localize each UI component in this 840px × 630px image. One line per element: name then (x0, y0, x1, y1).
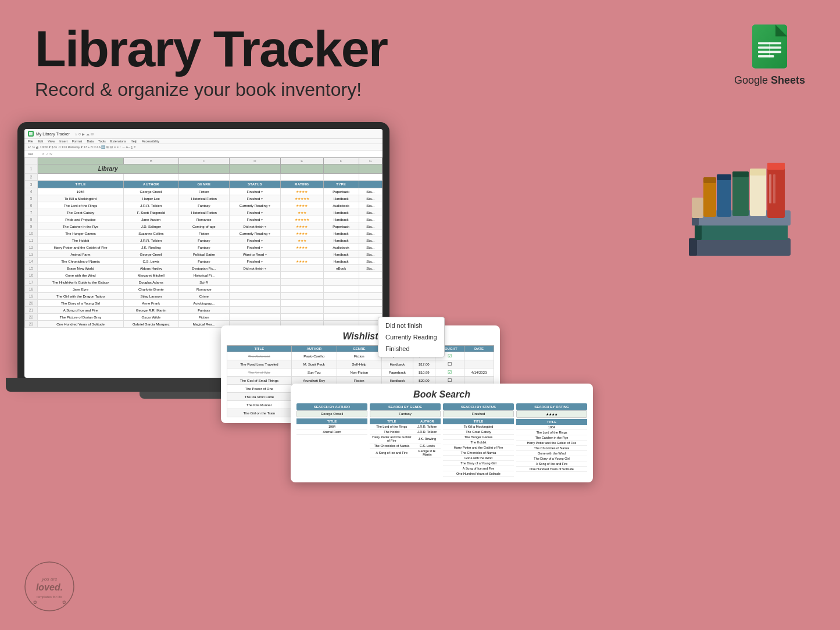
main-title: Library Tracker (35, 23, 387, 74)
wish-cell-2-4: $10.99 (413, 368, 435, 377)
search-grid: SEARCH BY AUTHOR George Orwell TITLE 198… (296, 403, 587, 477)
cell-11-extra: Sta... (359, 265, 383, 272)
table-row: 17The Hitchhiker's Guide to the GalaxyDo… (25, 279, 383, 286)
dropdown-item-currently-reading[interactable]: Currently Reading (378, 331, 444, 343)
brand-flower-left: ✿ (33, 600, 37, 605)
cell-16-3[interactable] (230, 300, 281, 307)
cell-1-4: ★★★★★ (280, 195, 323, 202)
wish-row: The Road Less TraveledM. Scott PeckSelf-… (227, 360, 494, 368)
menu-data[interactable]: Data (87, 139, 94, 143)
cell-14-1: Charlotte Bronte (124, 286, 178, 293)
menu-view[interactable]: View (48, 139, 55, 143)
menu-accessibility[interactable]: Accessibility (142, 139, 159, 143)
cell-2-extra: Sta... (359, 202, 383, 209)
header-filler-d (230, 164, 281, 174)
svg-rect-24 (717, 174, 731, 180)
search-genre-result-cell: The Lord of the Rings (370, 424, 414, 429)
cell-12-3[interactable] (230, 272, 281, 279)
cell-7-1: J.R.R. Tolkien (124, 237, 178, 244)
svg-rect-25 (703, 177, 716, 217)
svg-rect-11 (695, 224, 788, 240)
cell-3-3[interactable]: Finished▾ (230, 209, 281, 216)
table-row: 22The Picture of Dorian GrayOscar WildeF… (25, 314, 383, 321)
menu-extensions[interactable]: Extensions (110, 139, 126, 143)
dropdown-item-did-not-finish[interactable]: Did not finish (378, 320, 444, 331)
menu-help[interactable]: Help (131, 139, 137, 143)
cell-8-1: J.K. Rowling (124, 244, 178, 251)
cell-5-0: The Catcher in the Rye (37, 223, 123, 230)
row-num-15: 15 (25, 265, 38, 272)
search-genre-header: SEARCH BY GENRE (370, 403, 441, 410)
table-row: 12Harry Potter and the Goblet of FireJ.K… (25, 244, 383, 251)
cell-17-3[interactable] (230, 307, 281, 314)
menu-file[interactable]: File (28, 139, 33, 143)
col-c-header: C (178, 158, 230, 164)
cell-18-5 (323, 314, 359, 321)
wish-cell-7-0: The Girl on the Train (227, 409, 292, 417)
cell-2-5: Audiobook (323, 202, 359, 209)
cell-17-4 (280, 307, 323, 314)
cell-18-3[interactable] (230, 314, 281, 321)
col-header-0: TITLE (37, 181, 123, 188)
brand-flower-right: ✿ (62, 600, 66, 605)
cell-7-extra: Sta... (359, 237, 383, 244)
cell-11-3[interactable]: Did not finish▾ (230, 265, 281, 272)
cell-7-3[interactable]: Finished▾ (230, 237, 281, 244)
cell-6-2: Fiction (178, 230, 230, 237)
cell-13-3[interactable] (230, 279, 281, 286)
cell-14-3[interactable] (230, 286, 281, 293)
search-author-header: SEARCH BY AUTHOR (296, 403, 367, 410)
cell-2-3[interactable]: Currently Reading▾ (230, 202, 281, 209)
cell-8-2: Fantasy (178, 244, 230, 251)
search-rating-input[interactable]: ★★★★ (516, 410, 587, 418)
cell-9-3[interactable]: Want to Read▾ (230, 251, 281, 258)
row-num-11: 11 (25, 237, 38, 244)
search-rating-result-item: The Diary of a Young Girl (516, 456, 587, 461)
search-genre-input[interactable]: Fantasy (370, 410, 441, 417)
row-num-18: 18 (25, 286, 38, 293)
cell-1-1: Harper Lee (124, 195, 178, 202)
cell-9-5: Hardback (323, 251, 359, 258)
cell-6-3[interactable]: Currently Reading▾ (230, 230, 281, 237)
table-row: 9The Catcher in the RyeJ.D. SalingerComi… (25, 223, 383, 230)
cell-4-0: Pride and Prejudice (37, 216, 123, 223)
menu-insert[interactable]: Insert (59, 139, 67, 143)
cell-16-2: Autobiograp... (178, 300, 230, 307)
wish-cell-2-6: 4/14/2023 (464, 368, 494, 377)
cell-10-3[interactable]: Finished▾ (230, 258, 281, 265)
search-rating-result-item: Gone with the Wind (516, 451, 587, 456)
search-genre-result-cell: J.K. Rowling (414, 435, 441, 443)
book-search-card: Book Search SEARCH BY AUTHOR George Orwe… (291, 384, 593, 482)
search-author-input[interactable]: George Orwell (296, 410, 367, 417)
cell-15-3[interactable] (230, 293, 281, 300)
cell-14-0: Jane Eyre (37, 286, 123, 293)
menu-tools[interactable]: Tools (98, 139, 106, 143)
wish-cell-0-1: Paulo Coelho (291, 352, 337, 360)
search-status-result-header: TITLE (443, 418, 514, 424)
cell-0-3[interactable]: Finished▾ (230, 188, 281, 195)
row-num-6: 6 (25, 202, 38, 209)
wish-cell-1-2: Self-Help (337, 360, 381, 368)
menu-format[interactable]: Format (72, 139, 82, 143)
cell-2-2: Fantasy (178, 202, 230, 209)
svg-rect-26 (703, 177, 716, 183)
genre-result-author: AUTHOR (414, 418, 441, 424)
cell-1-3[interactable]: Finished▾ (230, 195, 281, 202)
dropdown-item-finished[interactable]: Finished (378, 343, 444, 355)
fx-icon: ✕ ✓ fx (42, 152, 52, 156)
svg-rect-12 (695, 224, 702, 240)
blank-2b (124, 174, 178, 181)
cell-4-extra: Sta... (359, 216, 383, 223)
search-title: Book Search (296, 389, 587, 400)
svg-rect-16 (767, 163, 785, 170)
row-num-23: 23 (25, 321, 38, 328)
search-status-input[interactable]: Finished (443, 410, 514, 417)
genre-result-title: TITLE (370, 418, 414, 424)
cell-11-2: Dystopian Fic... (178, 265, 230, 272)
menu-edit[interactable]: Edit (38, 139, 43, 143)
cell-8-3[interactable]: Finished▾ (230, 244, 281, 251)
cell-5-3[interactable]: Did not finish▾ (230, 223, 281, 230)
gs-google: Google (734, 74, 768, 86)
cell-3-0: The Great Gatsby (37, 209, 123, 216)
cell-4-3[interactable]: Finished▾ (230, 216, 281, 223)
